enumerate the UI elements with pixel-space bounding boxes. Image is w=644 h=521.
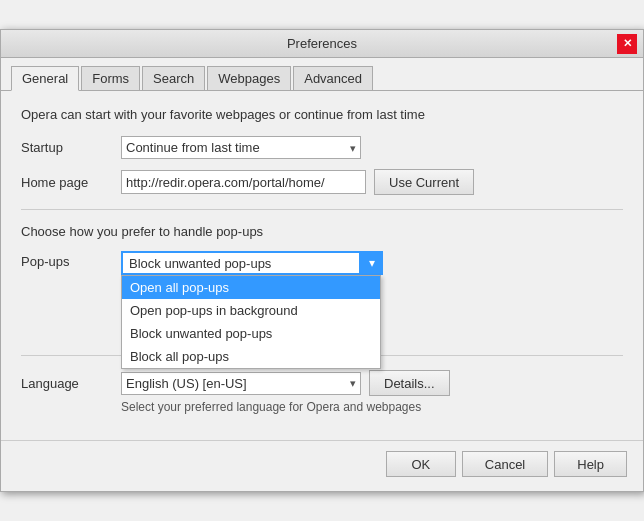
title-bar: Preferences ✕	[1, 30, 643, 58]
details-button[interactable]: Details...	[369, 370, 450, 396]
language-select-wrapper: English (US) [en-US]	[121, 372, 361, 395]
popup-select-display[interactable]: Block unwanted pop-ups	[121, 251, 361, 275]
startup-select-wrapper: Continue from last time Start with home …	[121, 136, 361, 159]
popup-dropdown-menu: Open all pop-ups Open pop-ups in backgro…	[121, 275, 381, 369]
startup-description: Opera can start with your favorite webpa…	[21, 107, 623, 122]
close-button[interactable]: ✕	[617, 34, 637, 54]
homepage-control-area: Use Current	[121, 169, 623, 195]
homepage-row: Home page Use Current	[21, 169, 623, 195]
language-control-area: English (US) [en-US] Details...	[121, 370, 623, 396]
popup-option-1[interactable]: Open pop-ups in background	[122, 299, 380, 322]
startup-select[interactable]: Continue from last time Start with home …	[121, 136, 361, 159]
tab-bar: General Forms Search Webpages Advanced	[1, 58, 643, 91]
language-label: Language	[21, 376, 121, 391]
use-current-button[interactable]: Use Current	[374, 169, 474, 195]
language-select[interactable]: English (US) [en-US]	[121, 372, 361, 395]
tab-search[interactable]: Search	[142, 66, 205, 90]
divider-1	[21, 209, 623, 210]
popup-option-2[interactable]: Block unwanted pop-ups	[122, 322, 380, 345]
homepage-input[interactable]	[121, 170, 366, 194]
tab-forms[interactable]: Forms	[81, 66, 140, 90]
tab-advanced[interactable]: Advanced	[293, 66, 373, 90]
language-row: Language English (US) [en-US] Details...	[21, 370, 623, 396]
help-button[interactable]: Help	[554, 451, 627, 477]
homepage-label: Home page	[21, 175, 121, 190]
startup-row: Startup Continue from last time Start wi…	[21, 136, 623, 159]
content-area: Opera can start with your favorite webpa…	[1, 91, 643, 440]
ok-button[interactable]: OK	[386, 451, 456, 477]
tab-general[interactable]: General	[11, 66, 79, 91]
cancel-button[interactable]: Cancel	[462, 451, 548, 477]
popup-dropdown-arrow[interactable]	[361, 251, 383, 275]
popups-control-area: Block unwanted pop-ups Open all pop-ups …	[121, 251, 383, 275]
popups-label: Pop-ups	[21, 251, 121, 269]
popup-select-value: Block unwanted pop-ups	[129, 256, 353, 271]
tab-webpages[interactable]: Webpages	[207, 66, 291, 90]
startup-label: Startup	[21, 140, 121, 155]
dialog-title: Preferences	[287, 36, 357, 51]
language-description: Select your preferred language for Opera…	[121, 400, 623, 414]
footer-buttons: OK Cancel Help	[1, 440, 643, 491]
preferences-dialog: Preferences ✕ General Forms Search Webpa…	[0, 29, 644, 492]
popup-select-row: Block unwanted pop-ups	[121, 251, 383, 275]
popup-option-3[interactable]: Block all pop-ups	[122, 345, 380, 368]
startup-control-area: Continue from last time Start with home …	[121, 136, 623, 159]
popups-description: Choose how you prefer to handle pop-ups	[21, 224, 623, 239]
popup-option-0[interactable]: Open all pop-ups	[122, 276, 380, 299]
popups-row: Pop-ups Block unwanted pop-ups Open all …	[21, 251, 623, 275]
